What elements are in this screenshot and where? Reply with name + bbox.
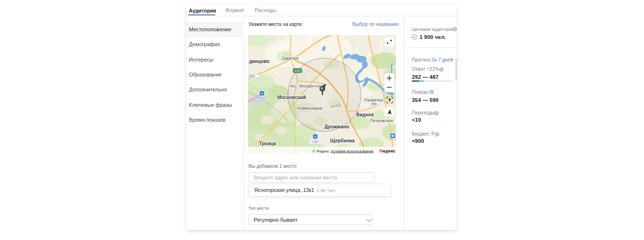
svg-text:OSF: OSF <box>312 140 318 143</box>
svg-text:© Яндекс: © Яндекс <box>312 149 329 153</box>
svg-text:✈: ✈ <box>314 135 317 139</box>
svg-text:Развилка: Развилка <box>364 98 383 102</box>
svg-text:Коммунарка: Коммунарка <box>297 106 322 111</box>
svg-text:Яндекс: Яндекс <box>379 148 396 153</box>
svg-text:Петровское: Петровское <box>370 118 394 123</box>
svg-text:✈: ✈ <box>260 92 263 95</box>
svg-text:Щербинка: Щербинка <box>330 138 355 143</box>
svg-text:Видное: Видное <box>356 112 374 117</box>
svg-text:VKO: VKO <box>259 96 265 100</box>
svg-text:динцово: динцово <box>249 59 270 64</box>
svg-text:Заречье: Заречье <box>282 56 299 61</box>
svg-text:пос. Мосрентген: пос. Мосрентген <box>290 84 323 88</box>
svg-text:Троицк: Троицк <box>259 141 276 146</box>
svg-text:Условия использования: Условия использования <box>331 149 373 153</box>
svg-text:Дрожжино: Дрожжино <box>324 124 349 129</box>
svg-text:E105: E105 <box>295 69 301 72</box>
svg-text:Московский: Московский <box>277 95 306 100</box>
